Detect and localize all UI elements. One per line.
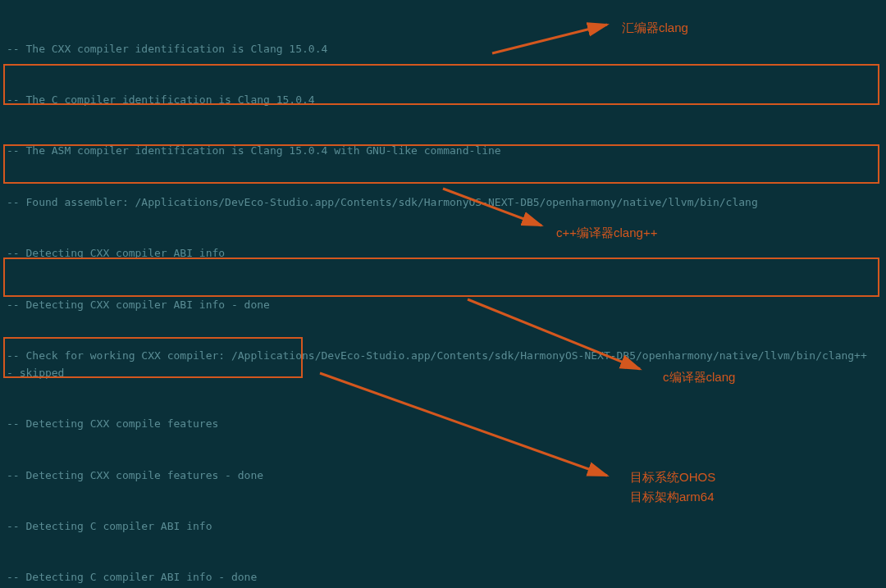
terminal-line: -- The CXX compiler identification is Cl… — [7, 41, 879, 58]
annotation-target-arch: 目标架构arm64 — [630, 487, 715, 507]
terminal-line: -- Detecting CXX compiler ABI info — [7, 245, 879, 262]
terminal-line: -- Detecting CXX compiler ABI info - don… — [7, 297, 879, 314]
annotation-c-compiler: c编译器clang — [663, 367, 735, 387]
terminal-line: -- The ASM compiler identification is Cl… — [7, 143, 879, 160]
terminal-line: -- Detecting CXX compile features - done — [7, 467, 879, 485]
terminal-line: -- Detecting CXX compile features — [7, 416, 879, 433]
terminal-line: -- Detecting C compiler ABI info - done — [7, 569, 879, 586]
annotation-cxx-compiler: c++编译器clang++ — [556, 223, 657, 243]
terminal-line: -- Found assembler: /Applications/DevEco… — [7, 194, 879, 212]
terminal-line: -- The C compiler identification is Clan… — [7, 92, 879, 109]
annotation-assembler: 汇编器clang — [622, 18, 688, 38]
terminal-line: -- Check for working CXX compiler: /Appl… — [7, 348, 879, 382]
annotation-target-system: 目标系统OHOS — [630, 467, 715, 487]
terminal-line: -- Detecting C compiler ABI info — [7, 518, 879, 536]
terminal-output: -- The CXX compiler identification is Cl… — [7, 7, 879, 588]
